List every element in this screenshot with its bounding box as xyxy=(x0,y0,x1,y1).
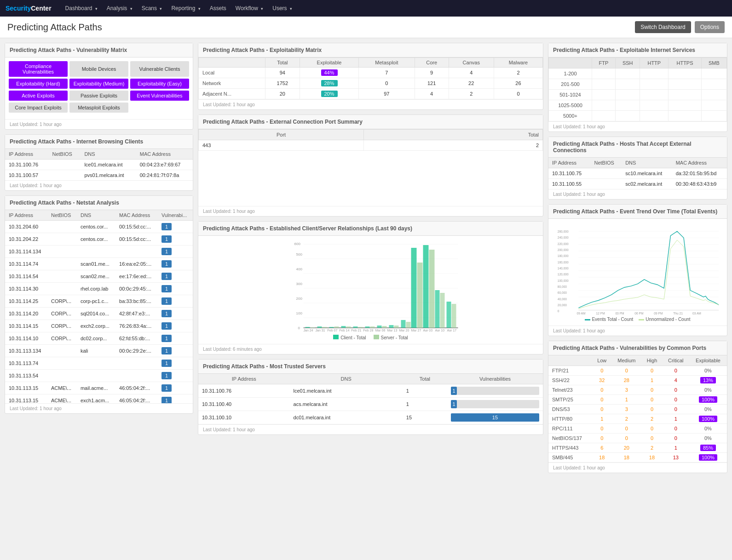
btn-vulnerable-clients[interactable]: Vulnerable Clients xyxy=(130,61,189,77)
svg-text:Feb 14: Feb 14 xyxy=(340,329,350,331)
cell-vuln: 1 xyxy=(158,246,193,258)
svg-text:400: 400 xyxy=(296,267,303,271)
cell-dns: sc02.melcara.int xyxy=(622,179,672,189)
event-trend-body: 0 20,000 40,000 60,000 80,000 100,000 12… xyxy=(548,219,727,326)
table-row: 10.31.114.20 CORP\... sql2014.co... 42:8… xyxy=(5,308,193,320)
svg-text:Feb 21: Feb 21 xyxy=(352,329,362,331)
col-ssh: SSH xyxy=(615,58,640,69)
cell-ip: 10.31.114.54 xyxy=(5,270,47,283)
cell-total: 94 xyxy=(265,68,300,78)
cell-med: 3 xyxy=(611,405,641,414)
cell-dns: rhel.corp.lab xyxy=(77,283,115,295)
btn-core-impact[interactable]: Core Impact Exploits xyxy=(9,103,68,113)
table-row: 10.31.204.22 centos.cor... 00:15:5d:cc:.… xyxy=(5,233,193,246)
cell-crit: 4 xyxy=(663,376,689,385)
cs-relationships-panel: Predicting Attack Paths - Established Cl… xyxy=(198,221,543,354)
table-row: 443 2 xyxy=(199,140,543,151)
nav-users[interactable]: Users ▾ xyxy=(268,0,297,17)
table-row: 10.31.113.15 ACME\... exch1.acm... 46:05… xyxy=(5,394,193,404)
svg-rect-27 xyxy=(382,326,387,328)
btn-passive-exploits[interactable]: Passive Exploits xyxy=(69,91,128,101)
cell-ip: 10.31.114.15 xyxy=(5,320,47,332)
cell-ip: 10.31.100.10 xyxy=(198,411,290,424)
cell-vuln: 1 xyxy=(158,221,193,233)
col-netbios: NetBIOS xyxy=(47,210,77,221)
cell-ip: 10.31.114.20 xyxy=(5,308,47,320)
cell-total: 1 xyxy=(403,398,447,411)
switch-dashboard-button[interactable]: Switch Dashboard xyxy=(635,21,691,33)
cs-legend: Client - Total Server - Total xyxy=(202,335,539,340)
nav-reporting[interactable]: Reporting ▾ xyxy=(167,0,205,17)
legend-unnorm: Unnormalized - Count xyxy=(639,317,690,322)
svg-rect-21 xyxy=(346,326,351,328)
cell-low: 6 xyxy=(592,443,612,453)
cell-mac: 00:0c:29:45:... xyxy=(115,283,158,295)
netstat-body[interactable]: IP Address NetBIOS DNS MAC Address Vulne… xyxy=(5,210,193,403)
btn-exploitability-easy[interactable]: Exploitability (Easy) xyxy=(130,79,189,89)
svg-rect-29 xyxy=(394,326,399,328)
nav-assets[interactable]: Assets xyxy=(205,0,231,17)
svg-text:06 PM: 06 PM xyxy=(634,312,643,314)
nav-scans[interactable]: Scans ▾ xyxy=(137,0,167,17)
svg-text:180,000: 180,000 xyxy=(558,254,569,257)
table-row: 10.31.113.54 1 xyxy=(5,370,193,382)
internet-browsing-table: IP Address NetBIOS DNS MAC Address 10.31… xyxy=(5,149,193,180)
options-button[interactable]: Options xyxy=(695,21,725,33)
cell-malware: 26 xyxy=(494,78,542,89)
cell-ip: 10.31.114.74 xyxy=(5,258,47,270)
legend-server: Server - Total xyxy=(374,335,408,340)
svg-text:160,000: 160,000 xyxy=(558,261,569,264)
cell-expl: 13% xyxy=(689,376,727,385)
col-mac: MAC Address xyxy=(672,158,727,168)
cell-expl: 100% xyxy=(689,414,727,424)
exploitability-title: Predicting Attack Paths - Exploitability… xyxy=(198,43,543,57)
ext-connection-footer: Last Updated: 1 hour ago xyxy=(198,206,543,216)
cell-total: 15 xyxy=(403,411,447,424)
most-trusted-body: IP Address DNS Total Vulnerabilities 10.… xyxy=(198,374,543,424)
nav-analysis[interactable]: Analysis ▾ xyxy=(102,0,137,17)
vuln-matrix-grid: Compliance Vulnerabilities Mobile Device… xyxy=(9,61,189,113)
cell-canvas: 4 xyxy=(449,68,494,78)
cell-ip: 10.31.100.55 xyxy=(548,179,590,189)
btn-exploitability-medium[interactable]: Exploitability (Medium) xyxy=(69,79,128,89)
cell-vuln-bar: 1 xyxy=(447,384,543,398)
table-row: SMB/445 18 18 18 13 100% xyxy=(548,453,727,463)
cell-ip: 10.31.113.15 xyxy=(5,394,47,404)
main-content: Predicting Attack Paths - Vulnerability … xyxy=(0,38,732,478)
col-metasploit: Metasploit xyxy=(359,58,415,68)
svg-text:09 PM: 09 PM xyxy=(654,312,663,314)
btn-exploitability-hard[interactable]: Exploitability (Hard) xyxy=(9,79,68,89)
legend-client: Client - Total xyxy=(333,335,366,340)
cell-port: NetBIOS/137 xyxy=(548,434,592,443)
cell-canvas: 2 xyxy=(449,89,494,99)
btn-compliance-vuln[interactable]: Compliance Vulnerabilities xyxy=(9,61,68,77)
table-row: Local 94 44% 7 9 4 2 xyxy=(199,68,543,78)
netstat-title: Predicting Attack Paths - Netstat Analys… xyxy=(5,196,193,210)
col-low: Low xyxy=(592,355,612,366)
cell-high: 0 xyxy=(641,385,662,395)
btn-metasploit[interactable]: Metasploit Exploits xyxy=(69,103,128,113)
btn-active-exploits[interactable]: Active Exploits xyxy=(9,91,68,101)
table-row: Telnet/23 0 3 0 0 0% xyxy=(548,385,727,395)
svg-text:Thu 21: Thu 21 xyxy=(673,312,683,314)
nav-dashboard[interactable]: Dashboard ▾ xyxy=(61,0,102,17)
cell-netbios xyxy=(47,345,77,357)
svg-text:240,000: 240,000 xyxy=(558,236,569,239)
cell-dns: pvs01.melcara.int xyxy=(81,170,136,181)
cell-dns: mail.acme... xyxy=(77,382,115,394)
table-row: 1025-5000 xyxy=(549,100,727,111)
cell-mac xyxy=(115,246,158,258)
cell-expl: 0% xyxy=(689,385,727,395)
btn-event-vulnerabilities[interactable]: Event Vulnerabilities xyxy=(130,91,189,101)
nav-workflow[interactable]: Workflow ▾ xyxy=(231,0,268,17)
col-total: Total xyxy=(364,130,543,140)
ext-connection-empty-area xyxy=(198,151,543,206)
table-row: 10.31.114.30 rhel.corp.lab 00:0c:29:45:.… xyxy=(5,283,193,295)
svg-text:Apr 10: Apr 10 xyxy=(435,329,445,331)
btn-mobile-devices[interactable]: Mobile Devices xyxy=(69,61,128,77)
cell-med: 20 xyxy=(611,443,641,453)
svg-text:Feb 28: Feb 28 xyxy=(363,329,374,331)
page-title: Predicting Attack Paths xyxy=(7,22,102,33)
svg-text:0: 0 xyxy=(298,326,300,330)
cell-crit: 0 xyxy=(663,405,689,414)
